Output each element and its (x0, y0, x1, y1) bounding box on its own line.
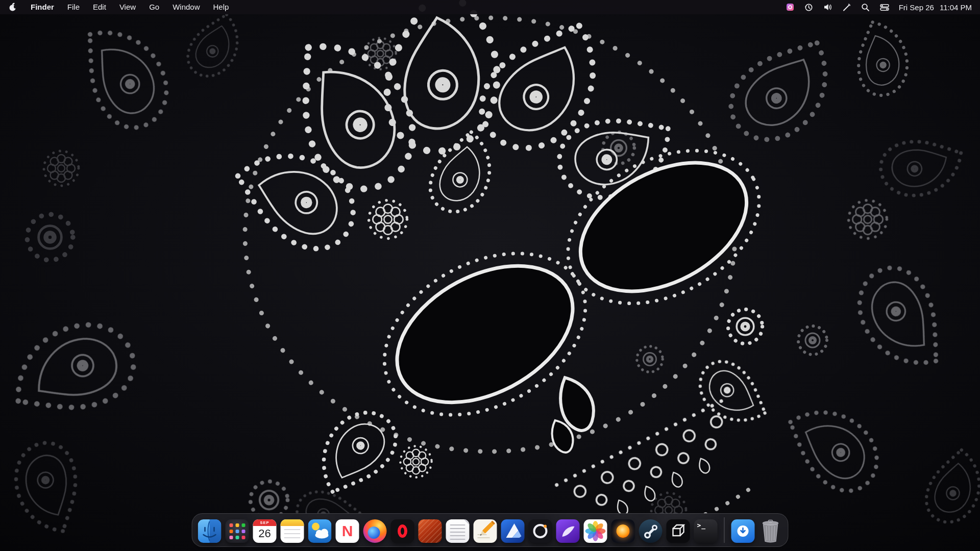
dock-terminal[interactable]: >_ (694, 519, 718, 543)
dock-finder[interactable] (198, 519, 222, 543)
finder-icon (198, 519, 222, 543)
spotlight-icon[interactable] (861, 3, 870, 12)
wallpaper-paisley-skull (0, 0, 980, 551)
dock-red-texture-app[interactable] (419, 519, 442, 543)
dock: SEP 26 N (192, 513, 789, 547)
apple-menu[interactable] (8, 3, 17, 12)
dock-affinity-designer[interactable] (501, 519, 525, 543)
trash-icon (759, 519, 782, 543)
download-arrow-icon (738, 525, 749, 537)
weather-icon (308, 519, 332, 543)
time-machine-icon[interactable] (804, 3, 814, 12)
dock-steam[interactable] (639, 519, 663, 543)
menu-item-finder[interactable]: Finder (31, 0, 54, 14)
clock-time: 11:04 PM (940, 3, 972, 12)
launchpad-grid-icon (226, 519, 249, 543)
stylus-icon[interactable] (842, 3, 851, 12)
firefox-icon (368, 527, 380, 539)
affinity-photo-icon (529, 519, 552, 543)
menu-item-view[interactable]: View (119, 0, 136, 14)
affinity-designer-icon (501, 519, 525, 543)
photos-pinwheel-icon (584, 519, 607, 543)
dock-weather[interactable] (308, 519, 332, 543)
orange-orb-icon (617, 524, 630, 538)
dock-firefox[interactable] (363, 519, 387, 543)
dock-separator (724, 517, 725, 543)
menu-item-window[interactable]: Window (173, 0, 200, 14)
menu-item-file[interactable]: File (67, 0, 80, 14)
notes-icon (281, 519, 304, 526)
clock-date: Fri Sep 26 (899, 3, 934, 12)
control-center-icon[interactable] (880, 3, 889, 12)
calendar-month: SEP (253, 519, 277, 526)
cube-icon (667, 519, 690, 543)
dock-downloads[interactable] (731, 519, 755, 543)
dock-launchpad[interactable] (226, 519, 249, 543)
menu-left: Finder File Edit View Go Window Help (8, 0, 229, 14)
menu-item-help[interactable]: Help (213, 0, 229, 14)
dock-opera[interactable] (391, 519, 414, 543)
dock-calendar[interactable]: SEP 26 (253, 519, 277, 543)
document-icon (464, 519, 470, 525)
affinity-publisher-icon (556, 519, 580, 543)
steam-icon (639, 519, 663, 543)
menu-item-edit[interactable]: Edit (93, 0, 106, 14)
dock-cube-app[interactable] (667, 519, 690, 543)
news-icon: N (336, 519, 359, 543)
terminal-prompt-icon: >_ (697, 521, 706, 529)
pen-icon (474, 519, 497, 543)
dock-pages[interactable] (474, 519, 497, 543)
dock-news[interactable]: N (336, 519, 359, 543)
menu-item-go[interactable]: Go (149, 0, 159, 14)
menu-clock[interactable]: Fri Sep 26 11:04 PM (899, 3, 972, 12)
dock-trash[interactable] (759, 519, 782, 543)
menu-bar: Finder File Edit View Go Window Help (0, 0, 980, 14)
red-texture-icon (419, 519, 442, 543)
menu-status-area: Fri Sep 26 11:04 PM (786, 3, 972, 12)
desktop[interactable] (0, 0, 980, 551)
opera-icon (398, 524, 407, 538)
color-app-icon[interactable] (786, 3, 795, 12)
apple-logo-icon (9, 3, 17, 12)
dock-affinity-publisher[interactable] (556, 519, 580, 543)
dock-orange-orb-app[interactable] (611, 519, 635, 543)
dock-photos[interactable] (584, 519, 607, 543)
dock-notes[interactable] (281, 519, 304, 543)
volume-icon[interactable] (823, 3, 832, 12)
dock-textedit[interactable] (446, 519, 470, 543)
dock-affinity-photo[interactable] (529, 519, 552, 543)
calendar-day: 26 (253, 527, 277, 540)
